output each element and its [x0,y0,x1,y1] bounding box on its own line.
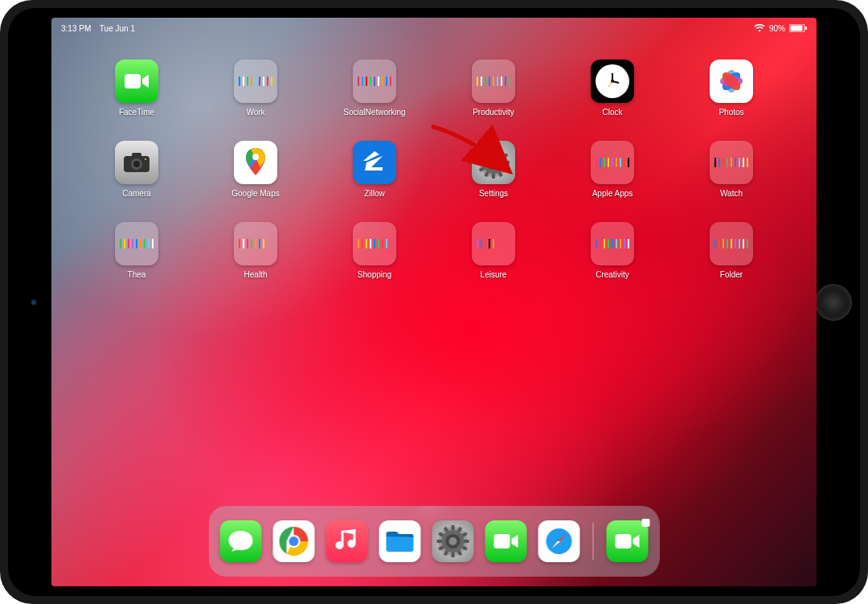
svg-line-6 [612,81,619,83]
app-label: Photos [719,108,743,117]
svg-rect-23 [492,146,495,151]
svg-point-35 [449,537,457,545]
folder-generic[interactable]: Folder [691,222,772,279]
app-google-maps[interactable]: Google Maps [215,141,296,198]
folder-icon [472,222,515,265]
app-clock[interactable]: Clock [572,60,653,117]
dock-recent-facetime[interactable] [607,520,649,562]
folder-socialnetworking[interactable]: SocialNetworking [334,60,415,117]
folder-icon [234,222,277,265]
folder-icon [353,60,396,103]
folder-icon [710,222,753,265]
app-label: Camera [122,189,151,198]
folder-leisure[interactable]: Leisure [453,222,534,279]
svg-point-21 [252,154,259,160]
app-label: SocialNetworking [343,108,405,117]
svg-line-7 [608,81,612,87]
home-screen-grid: FaceTime Work SocialNetworking [51,60,817,279]
dock-app-messages[interactable] [220,520,262,562]
svg-point-29 [289,536,299,546]
google-maps-icon [234,141,277,184]
clock-icon [591,60,634,103]
folder-icon [472,60,515,103]
folder-watch[interactable]: Watch [691,141,772,198]
folder-shopping[interactable]: Shopping [334,222,415,279]
app-label: Shopping [358,270,391,279]
folder-thea[interactable]: Thea [96,222,177,279]
photos-icon [710,60,753,103]
folder-icon [353,222,396,265]
folder-icon [234,60,277,103]
zillow-icon [353,141,396,184]
svg-point-19 [133,161,140,167]
svg-point-26 [489,158,497,166]
folder-icon [591,222,634,265]
folder-productivity[interactable]: Productivity [453,60,534,117]
settings-icon [472,141,515,184]
svg-rect-36 [494,534,510,549]
app-label: Clock [602,108,622,117]
svg-rect-2 [805,27,807,30]
folder-icon [591,141,634,184]
app-label: Zillow [364,189,385,198]
app-label: Apple Apps [592,189,633,198]
app-label: Creativity [596,270,629,279]
dock-app-settings[interactable] [432,520,474,562]
dock-app-safari[interactable] [538,520,580,562]
app-label: Settings [479,189,508,198]
dock [209,506,660,577]
status-date: Tue Jun 1 [100,24,135,33]
camera-icon [115,141,158,184]
svg-rect-1 [791,26,803,31]
folder-apple-apps[interactable]: Apple Apps [572,141,653,198]
status-time: 3:13 PM [61,24,91,33]
facetime-icon [115,60,158,103]
app-label: Productivity [473,108,514,117]
app-label: Health [244,270,268,279]
svg-rect-3 [125,74,141,88]
folder-health[interactable]: Health [215,222,296,279]
app-label: Watch [720,189,743,198]
folder-work[interactable]: Work [215,60,296,117]
home-button[interactable] [815,284,852,321]
dock-app-music[interactable] [326,520,368,562]
svg-rect-32 [452,525,455,530]
folder-icon [710,141,753,184]
dock-app-files[interactable] [379,520,421,562]
folder-creativity[interactable]: Creativity [572,222,653,279]
ipad-screen[interactable]: 3:13 PM Tue Jun 1 90% FaceTime [51,18,817,586]
dock-divider [593,523,594,560]
svg-rect-17 [132,153,141,158]
app-label: Google Maps [231,189,279,198]
app-zillow[interactable]: Zillow [334,141,415,198]
wifi-icon [754,24,765,32]
status-bar: 3:13 PM Tue Jun 1 90% [51,21,817,35]
app-label: Work [246,108,264,117]
battery-percentage: 90% [769,24,785,33]
app-facetime[interactable]: FaceTime [96,60,177,117]
app-label: FaceTime [119,108,154,117]
app-label: Leisure [481,270,507,279]
app-camera[interactable]: Camera [96,141,177,198]
front-camera [31,299,37,306]
svg-point-20 [145,158,146,160]
app-label: Folder [720,270,743,279]
folder-icon [115,222,158,265]
app-settings[interactable]: Settings [453,141,534,198]
dock-app-facetime[interactable] [485,520,527,562]
dock-app-chrome[interactable] [273,520,315,562]
ipad-frame: 3:13 PM Tue Jun 1 90% FaceTime [0,0,868,604]
app-photos[interactable]: Photos [691,60,772,117]
battery-icon [789,24,807,32]
app-label: Thea [128,270,146,279]
svg-rect-39 [616,534,632,549]
